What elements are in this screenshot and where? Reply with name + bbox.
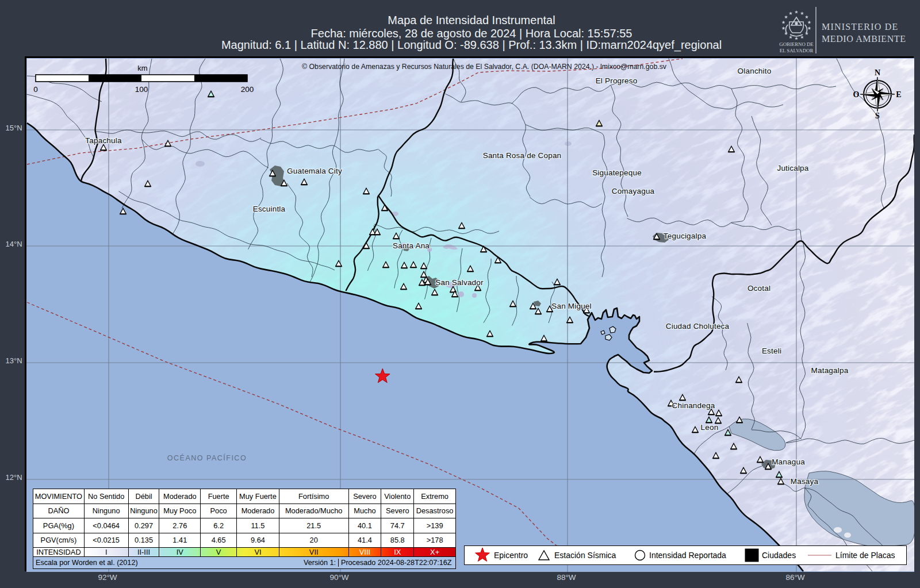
svg-text:Comayagua: Comayagua — [612, 187, 655, 195]
svg-text:Leon: Leon — [701, 423, 719, 432]
svg-text:Santa Ana: Santa Ana — [393, 241, 430, 250]
svg-text:100: 100 — [135, 85, 148, 94]
svg-text:Juticalpa: Juticalpa — [777, 164, 808, 172]
svg-text:San Miguel: San Miguel — [551, 302, 592, 310]
svg-text:Masaya: Masaya — [791, 477, 819, 486]
svg-text:MINISTERIO DE: MINISTERIO DE — [822, 22, 898, 32]
svg-text:Esteli: Esteli — [762, 347, 781, 355]
svg-text:GOBIERNO DE: GOBIERNO DE — [779, 41, 813, 47]
svg-text:OCÉANO PACÍFICO: OCÉANO PACÍFICO — [167, 454, 247, 462]
svg-text:Chinandega: Chinandega — [672, 401, 715, 410]
svg-text:Intensidad Reportada: Intensidad Reportada — [649, 551, 726, 560]
svg-text:Tegucigalpa: Tegucigalpa — [664, 232, 707, 240]
svg-text:N: N — [875, 68, 880, 77]
svg-text:200: 200 — [241, 85, 254, 94]
svg-text:0: 0 — [33, 85, 38, 94]
svg-text:E: E — [896, 90, 901, 99]
svg-text:Olanchito: Olanchito — [738, 67, 772, 75]
svg-text:Siguatepeque: Siguatepeque — [592, 168, 642, 177]
svg-text:Ocotal: Ocotal — [747, 284, 770, 293]
svg-text:Estación Sísmica: Estación Sísmica — [554, 551, 616, 560]
svg-text:San Salvador: San Salvador — [435, 278, 484, 287]
svg-text:Santa Rosa de Copan: Santa Rosa de Copan — [483, 151, 562, 160]
svg-text:Tapachula: Tapachula — [85, 136, 122, 145]
svg-text:EL SALVADOR: EL SALVADOR — [780, 48, 814, 53]
svg-text:Límite de Placas: Límite de Placas — [835, 551, 895, 560]
svg-text:Ciudades: Ciudades — [762, 551, 796, 560]
svg-text:km: km — [137, 64, 147, 72]
svg-text:O: O — [853, 90, 860, 99]
svg-text:Escuintla: Escuintla — [253, 205, 286, 213]
svg-text:MEDIO AMBIENTE: MEDIO AMBIENTE — [822, 34, 906, 44]
svg-text:Managua: Managua — [772, 458, 805, 466]
svg-text:El Progreso: El Progreso — [596, 76, 638, 85]
svg-text:S: S — [875, 112, 880, 120]
svg-text:© Observatorio de Amenazas y R: © Observatorio de Amenazas y Recursos Na… — [302, 63, 667, 71]
svg-text:Ciudad Choluteca: Ciudad Choluteca — [666, 322, 730, 330]
svg-text:Epicentro: Epicentro — [494, 551, 528, 560]
svg-text:Guatemala City: Guatemala City — [287, 167, 342, 175]
svg-text:Matagalpa: Matagalpa — [811, 366, 849, 375]
